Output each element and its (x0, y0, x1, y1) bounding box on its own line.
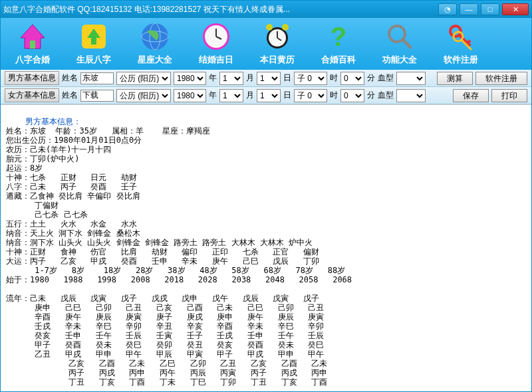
close-button[interactable]: ✕ (502, 3, 529, 15)
toolbar-label: 功能大全 (382, 54, 417, 66)
svg-text:?: ? (331, 22, 346, 51)
question-icon: ? (323, 21, 354, 52)
alarm-icon (261, 21, 293, 52)
hour-label: 时 (330, 90, 338, 101)
calendar-select[interactable]: 公历 (阳历) (116, 89, 171, 102)
day-select[interactable]: 1 (257, 89, 281, 102)
name-label: 姓名 (62, 72, 78, 84)
year-label: 年 (209, 72, 217, 84)
calendar-select[interactable]: 公历 (阳历) (116, 72, 171, 85)
toolbar-globe[interactable]: 星座大全 (128, 21, 182, 67)
toolbar-clock[interactable]: 结婚吉日 (190, 21, 243, 67)
min-select[interactable]: 0 (340, 72, 364, 85)
toolbar-label: 软件注册 (444, 54, 478, 66)
action-btn-1[interactable]: 保存 (453, 89, 489, 102)
toolbar-label: 生辰八字 (76, 54, 111, 66)
help-button[interactable]: ◔ (438, 3, 457, 15)
female-info-row: 女方基本信息姓名公历 (阳历)1980年1月1日子 0时0分血型保存打印 (1, 87, 531, 104)
hour-label: 时 (330, 72, 338, 84)
toolbar-label: 本日黄历 (260, 54, 295, 66)
clock-icon (200, 21, 232, 52)
toolbar-arrow[interactable]: 生辰八字 (67, 21, 120, 67)
min-label: 分 (367, 90, 375, 101)
arrow-icon (78, 21, 110, 52)
name-input[interactable] (80, 72, 114, 84)
title-text: 如意八字合婚配软件 QQ:182415132 电话:13982281527 祝天… (3, 4, 438, 15)
titlebar: 如意八字合婚配软件 QQ:182415132 电话:13982281527 祝天… (1, 1, 531, 18)
result-body: 姓名：东坡 年龄：35岁 属相：羊 星座：摩羯座 您出生公历：1980年01月0… (6, 126, 352, 391)
min-select[interactable]: 0 (340, 89, 364, 102)
toolbar: 八字合婚生辰八字星座大全结婚吉日本日黄历?合婚百科功能大全软件注册 (1, 18, 531, 70)
result-header: 男方基本信息： (25, 117, 81, 126)
svg-line-22 (467, 41, 470, 43)
key-icon (445, 21, 477, 52)
result-area: 男方基本信息： 姓名：东坡 年龄：35岁 属相：羊 星座：摩羯座 您出生公历：1… (1, 104, 531, 391)
blood-select[interactable] (396, 89, 426, 102)
row-tag: 女方基本信息 (5, 88, 59, 102)
day-label: 日 (283, 90, 291, 101)
toolbar-label: 合婚百科 (321, 54, 356, 66)
toolbar-alarm[interactable]: 本日黄历 (251, 21, 304, 67)
toolbar-question[interactable]: ?合婚百科 (312, 21, 365, 67)
day-label: 日 (283, 72, 291, 84)
svg-line-19 (403, 40, 410, 47)
hour-select[interactable]: 子 0 (294, 72, 327, 85)
month-select[interactable]: 1 (219, 89, 243, 102)
toolbar-label: 八字合婚 (15, 54, 50, 66)
toolbar-label: 结婚吉日 (199, 54, 233, 66)
action-btn-2[interactable]: 软件注册 (475, 72, 527, 85)
minimize-button[interactable]: — (460, 3, 478, 15)
month-label: 月 (246, 90, 254, 101)
toolbar-key[interactable]: 软件注册 (434, 21, 487, 67)
blood-label: 血型 (378, 90, 394, 101)
min-label: 分 (367, 72, 375, 84)
svg-rect-1 (30, 41, 35, 49)
action-btn-1[interactable]: 测算 (437, 72, 473, 85)
globe-icon (139, 21, 171, 52)
svg-point-16 (282, 24, 289, 31)
toolbar-search[interactable]: 功能大全 (373, 21, 426, 67)
year-select[interactable]: 1980 (174, 89, 206, 102)
svg-point-15 (266, 24, 273, 31)
toolbar-label: 星座大全 (138, 54, 172, 66)
blood-label: 血型 (378, 72, 394, 84)
action-btn-2[interactable]: 打印 (491, 89, 527, 102)
toolbar-house[interactable]: 八字合婚 (6, 21, 59, 67)
male-info-row: 男方基本信息姓名公历 (阳历)1980年1月1日子 0时0分血型测算软件注册 (1, 70, 531, 87)
search-icon (384, 21, 416, 52)
hour-select[interactable]: 子 0 (294, 89, 327, 102)
month-select[interactable]: 1 (219, 72, 243, 85)
name-label: 姓名 (62, 90, 78, 101)
maximize-button[interactable]: □ (481, 3, 499, 15)
blood-select[interactable] (396, 72, 426, 85)
year-select[interactable]: 1980 (174, 72, 206, 85)
day-select[interactable]: 1 (257, 72, 281, 85)
row-tag: 男方基本信息 (5, 71, 59, 85)
year-label: 年 (209, 90, 217, 101)
name-input[interactable] (80, 90, 114, 102)
month-label: 月 (246, 72, 254, 84)
house-icon (17, 21, 49, 52)
